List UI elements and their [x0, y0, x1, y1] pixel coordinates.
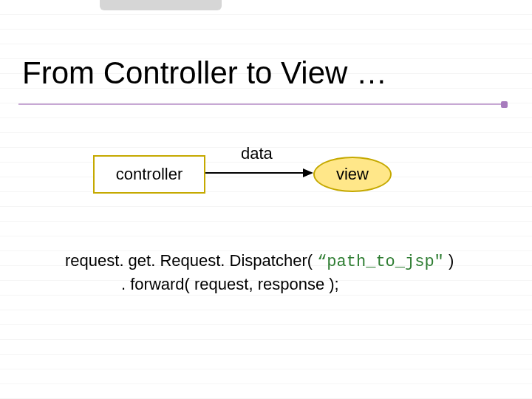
arrow-right-icon	[204, 167, 313, 179]
controller-label: controller	[116, 165, 183, 184]
view-label: view	[336, 165, 369, 184]
top-tab-strip	[100, 0, 222, 10]
code-path-literal: “path_to_jsp"	[317, 253, 444, 271]
code-line-1-pre: request. get. Request. Dispatcher(	[65, 251, 317, 270]
code-line-1: request. get. Request. Dispatcher( “path…	[65, 251, 454, 270]
code-line-1-post: )	[444, 251, 454, 270]
controller-box: controller	[93, 155, 205, 194]
svg-marker-1	[303, 168, 313, 177]
code-line-2: . forward( request, response );	[65, 273, 454, 296]
view-ellipse: view	[313, 157, 392, 192]
code-snippet: request. get. Request. Dispatcher( “path…	[65, 250, 454, 295]
arrow-label: data	[241, 144, 273, 163]
slide-title: From Controller to View …	[22, 55, 387, 91]
title-underline	[18, 103, 506, 105]
